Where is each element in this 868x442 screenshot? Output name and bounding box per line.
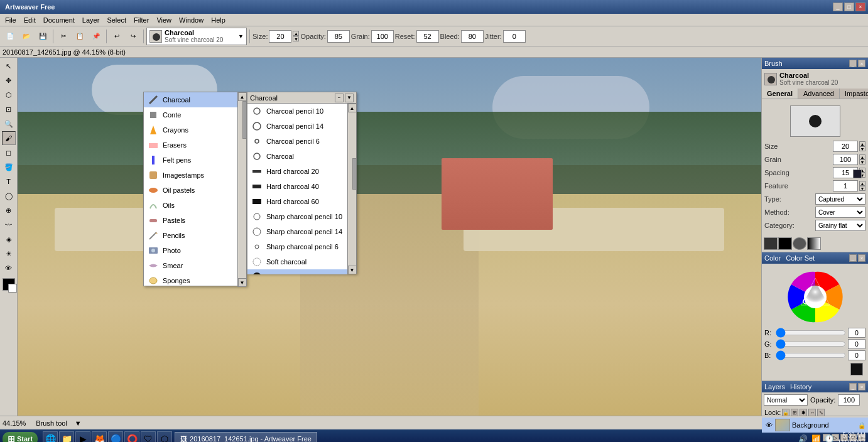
swatch-gray[interactable] bbox=[807, 237, 821, 250]
menu-select[interactable]: Select bbox=[103, 15, 130, 25]
open-button[interactable]: 📂 bbox=[19, 29, 34, 44]
size-prop-input[interactable] bbox=[833, 141, 858, 152]
undo-button[interactable]: ↩ bbox=[109, 29, 124, 44]
grain-input[interactable] bbox=[371, 30, 394, 43]
taskbar-icon-browser[interactable]: 🌐 bbox=[43, 431, 58, 442]
size-prop-arrows[interactable]: ▲ ▼ bbox=[859, 141, 865, 151]
method-select[interactable]: Cover bbox=[815, 207, 865, 218]
layer-opacity-input[interactable] bbox=[838, 394, 860, 406]
brush-charcoal-pencil-6[interactable]: Charcoal pencil 6 bbox=[247, 134, 356, 149]
type-scrollbar[interactable]: ▲ ▼ bbox=[347, 104, 356, 274]
menu-document[interactable]: Document bbox=[40, 15, 79, 25]
category-sponges[interactable]: Sponges bbox=[144, 273, 246, 287]
size-controls[interactable]: ▲ ▼ bbox=[833, 141, 865, 152]
category-scrollbar[interactable]: ▲ ▼ bbox=[237, 92, 246, 287]
taskbar-icon-player[interactable]: ▶ bbox=[75, 431, 90, 442]
scroll-down-btn[interactable]: ▼ bbox=[238, 278, 247, 287]
swatch-dark[interactable] bbox=[764, 237, 778, 250]
layers-header-tab[interactable]: Layers bbox=[764, 383, 785, 391]
brush-type-dropdown[interactable]: Charcoal − ▼ Charcoal pencil 10 Charcoal… bbox=[247, 92, 357, 274]
category-select[interactable]: Grainy flat bbox=[815, 220, 865, 231]
grain-prop-input[interactable] bbox=[833, 154, 858, 165]
r-slider[interactable] bbox=[776, 328, 846, 337]
r-value[interactable] bbox=[848, 328, 865, 338]
tool-lasso[interactable]: ⬡ bbox=[2, 88, 16, 102]
color-wheel-svg[interactable] bbox=[787, 269, 844, 325]
feature-prop-input[interactable] bbox=[833, 180, 858, 191]
tool-dropdown-icon[interactable]: ▼ bbox=[75, 419, 82, 427]
grain-down[interactable]: ▼ bbox=[859, 159, 865, 164]
brush-hard-charcoal-60[interactable]: Hard charcoal 60 bbox=[247, 194, 356, 209]
size-down-arrow[interactable]: ▼ bbox=[859, 146, 865, 151]
feature-down[interactable]: ▼ bbox=[859, 186, 865, 191]
tool-crop[interactable]: ⊡ bbox=[2, 102, 16, 116]
tool-eraser[interactable]: ◻ bbox=[2, 146, 16, 159]
brush-soft-charcoal[interactable]: Soft charcoal bbox=[247, 254, 356, 269]
type-expand-btn[interactable]: ▼ bbox=[345, 94, 354, 102]
category-photo[interactable]: Photo bbox=[144, 243, 246, 258]
save-button[interactable]: 💾 bbox=[35, 29, 50, 44]
feature-controls[interactable]: ▲ ▼ bbox=[833, 180, 865, 191]
history-header-tab[interactable]: History bbox=[790, 383, 811, 391]
start-button[interactable]: ⊞ Start bbox=[3, 432, 38, 442]
color-header-tab[interactable]: Color bbox=[764, 254, 781, 262]
size-arrows[interactable]: ▲ ▼ bbox=[293, 31, 299, 41]
category-crayons[interactable]: Crayons bbox=[144, 122, 246, 137]
tray-network[interactable]: 📶 bbox=[811, 434, 821, 442]
b-slider[interactable] bbox=[776, 351, 846, 360]
grain-arrows[interactable]: ▲ ▼ bbox=[859, 154, 865, 164]
brush-panel-minimize[interactable]: _ bbox=[849, 60, 857, 67]
layer-background[interactable]: 👁 Background 🔒 bbox=[762, 418, 868, 433]
tool-clone[interactable]: ⊕ bbox=[2, 203, 16, 217]
lock-icon-2[interactable]: ⊞ bbox=[791, 409, 798, 416]
tool-zoom[interactable]: 🔍 bbox=[2, 117, 16, 131]
blend-mode-select[interactable]: Normal bbox=[764, 394, 808, 406]
tool-select[interactable]: ↖ bbox=[2, 59, 16, 73]
menu-edit[interactable]: Edit bbox=[20, 15, 40, 25]
jitter-input[interactable] bbox=[503, 30, 526, 43]
brush-hard-charcoal-20[interactable]: Hard charcoal 20 bbox=[247, 164, 356, 179]
taskbar-icon-ff[interactable]: 🦊 bbox=[92, 431, 107, 442]
menu-layer[interactable]: Layer bbox=[79, 15, 104, 25]
color-panel-controls[interactable]: _ × bbox=[849, 254, 865, 262]
background-color[interactable] bbox=[8, 284, 17, 293]
taskbar-icon-folder[interactable]: 📁 bbox=[59, 431, 74, 442]
g-value[interactable] bbox=[848, 339, 865, 349]
menu-filter[interactable]: Filter bbox=[130, 15, 153, 25]
layers-close[interactable]: × bbox=[858, 383, 865, 391]
lock-icon-3[interactable]: ✱ bbox=[800, 409, 807, 416]
menu-help[interactable]: Help bbox=[207, 15, 229, 25]
type-select[interactable]: Captured bbox=[815, 193, 865, 205]
new-button[interactable]: 📄 bbox=[3, 29, 18, 44]
category-pastels[interactable]: Pastels bbox=[144, 213, 246, 228]
type-scroll-down[interactable]: ▼ bbox=[348, 266, 357, 274]
menu-view[interactable]: View bbox=[153, 15, 175, 25]
type-collapse-btn[interactable]: − bbox=[335, 94, 344, 102]
tool-blend[interactable]: ◈ bbox=[2, 232, 16, 246]
category-charcoal[interactable]: Charcoal bbox=[144, 92, 246, 107]
grain-up[interactable]: ▲ bbox=[859, 154, 865, 159]
size-input[interactable] bbox=[269, 30, 291, 43]
reset-input[interactable] bbox=[416, 30, 439, 43]
bleed-input[interactable] bbox=[461, 30, 484, 43]
window-controls[interactable]: _ □ × bbox=[833, 3, 865, 11]
category-erasers[interactable]: Erasers bbox=[144, 137, 246, 153]
lock-icon-5[interactable]: ⤡ bbox=[817, 409, 825, 416]
brush-panel-controls[interactable]: _ × bbox=[849, 60, 865, 67]
menu-window[interactable]: Window bbox=[175, 15, 207, 25]
tool-shapes[interactable]: ◯ bbox=[2, 189, 16, 203]
g-slider[interactable] bbox=[776, 340, 846, 348]
menu-file[interactable]: File bbox=[1, 15, 20, 25]
minimize-button[interactable]: _ bbox=[833, 3, 843, 11]
b-value[interactable] bbox=[848, 350, 865, 360]
canvas-area[interactable]: Charcoal Conte Crayons Erasers Felt pens bbox=[18, 58, 761, 416]
color-panel-minimize[interactable]: _ bbox=[849, 254, 857, 262]
taskbar-icon-security[interactable]: 🛡 bbox=[141, 431, 156, 442]
category-pencils[interactable]: Pencils bbox=[144, 228, 246, 243]
tool-eye[interactable]: 👁 bbox=[2, 261, 16, 275]
brush-charcoal-pencil-10[interactable]: Charcoal pencil 10 bbox=[247, 104, 356, 119]
redo-button[interactable]: ↪ bbox=[126, 29, 141, 44]
foreground-color[interactable] bbox=[3, 278, 15, 291]
tool-dodge[interactable]: ☀ bbox=[2, 247, 16, 261]
tab-general[interactable]: General bbox=[762, 89, 798, 99]
